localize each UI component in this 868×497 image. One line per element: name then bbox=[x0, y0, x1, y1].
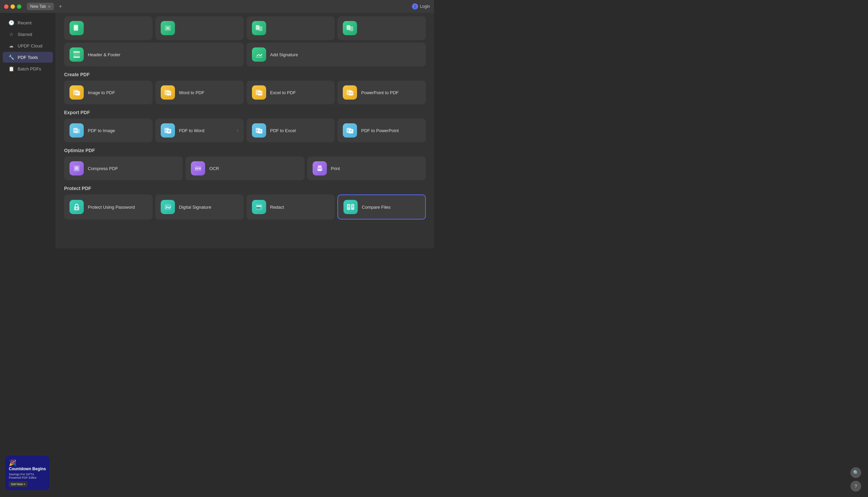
app-body: 🕐 Recent ☆ Starred ☁ UPDF Cloud 🔧 PDF To… bbox=[0, 13, 434, 248]
tool-card-partial-1[interactable] bbox=[64, 16, 153, 40]
titlebar: New Tab ✕ + 👤 Login bbox=[0, 0, 434, 13]
tool-card-pdf-to-excel[interactable]: PDF X PDF to Excel bbox=[247, 118, 335, 142]
pdf-to-excel-icon: PDF X bbox=[252, 123, 266, 138]
excel-to-pdf-icon: X PDF bbox=[252, 85, 266, 100]
tool-card-compare-files[interactable]: Compare Files bbox=[337, 195, 426, 219]
header-footer-label: Header & Footer bbox=[88, 52, 120, 57]
optimize-pdf-tools: Compress PDF OCR OCR bbox=[64, 157, 426, 180]
tool-card-add-signature[interactable]: Add Signature bbox=[247, 43, 426, 67]
protect-password-icon bbox=[69, 200, 84, 214]
add-signature-icon bbox=[252, 47, 266, 62]
redact-label: Redact bbox=[270, 204, 284, 210]
sidebar-item-starred-label: Starred bbox=[18, 32, 32, 37]
svg-rect-28 bbox=[75, 129, 80, 133]
sidebar-item-recent[interactable]: 🕐 Recent bbox=[3, 17, 53, 28]
sidebar-wrapper-batch: 📋 Batch PDFs bbox=[0, 63, 56, 74]
close-button[interactable] bbox=[4, 4, 9, 9]
main-content: Header & Footer Add Signature Create PDF bbox=[56, 13, 434, 248]
svg-rect-60 bbox=[352, 207, 354, 207]
sidebar-wrapper-recent: 🕐 Recent bbox=[0, 17, 56, 28]
create-pdf-tools: PDF Image to PDF W PDF Word to PDF bbox=[64, 81, 426, 104]
batch-icon: 📋 bbox=[8, 66, 14, 71]
new-tab-button[interactable]: + bbox=[59, 3, 62, 10]
compare-files-icon bbox=[343, 200, 358, 214]
tab-new-tab[interactable]: New Tab ✕ bbox=[27, 3, 54, 10]
tool-card-partial-2[interactable] bbox=[155, 16, 244, 40]
pdf-to-word-chevron: › bbox=[237, 128, 238, 133]
svg-text:OCR: OCR bbox=[195, 167, 201, 170]
tool-card-ocr[interactable]: OCR OCR bbox=[185, 157, 304, 180]
sidebar-wrapper-cloud: ☁ UPDF Cloud bbox=[0, 40, 56, 52]
tool-card-powerpoint-to-pdf[interactable]: P PDF PowerPoint to PDF bbox=[337, 81, 426, 104]
ocr-label: OCR bbox=[209, 166, 219, 171]
svg-rect-45 bbox=[318, 165, 321, 168]
sidebar-item-batch[interactable]: 📋 Batch PDFs bbox=[3, 63, 53, 74]
svg-point-49 bbox=[76, 208, 77, 209]
partial-icon-2 bbox=[161, 21, 175, 35]
powerpoint-to-pdf-label: PowerPoint to PDF bbox=[361, 90, 399, 95]
sidebar-wrapper-pdftools: 🔧 PDF Tools bbox=[0, 52, 56, 63]
compare-files-label: Compare Files bbox=[362, 204, 390, 210]
tool-card-pdf-to-image[interactable]: PDF PDF to Image bbox=[64, 118, 153, 142]
sidebar-item-pdftools[interactable]: 🔧 PDF Tools bbox=[3, 52, 53, 63]
svg-rect-58 bbox=[352, 205, 354, 206]
optimize-pdf-title: Optimize PDF bbox=[64, 148, 426, 153]
tab-close-icon[interactable]: ✕ bbox=[48, 5, 51, 9]
compress-pdf-label: Compress PDF bbox=[88, 166, 118, 171]
protect-pdf-tools: Protect Using Password Digital Signature bbox=[64, 195, 426, 219]
partial-icon-4 bbox=[343, 21, 357, 35]
protect-password-label: Protect Using Password bbox=[88, 204, 135, 210]
partial-icon-3 bbox=[252, 21, 266, 35]
tool-card-pdf-to-word[interactable]: PDF W PDF to Word › bbox=[155, 118, 244, 142]
tool-card-protect-password[interactable]: Protect Using Password bbox=[64, 195, 153, 219]
tool-card-compress-pdf[interactable]: Compress PDF bbox=[64, 157, 183, 180]
partial-icon-1 bbox=[69, 21, 84, 35]
svg-text:PDF: PDF bbox=[167, 92, 171, 94]
word-to-pdf-icon: W PDF bbox=[161, 85, 175, 100]
create-pdf-title: Create PDF bbox=[64, 72, 426, 77]
svg-rect-8 bbox=[73, 51, 80, 53]
svg-rect-4 bbox=[258, 26, 262, 31]
svg-rect-59 bbox=[348, 207, 349, 207]
tool-card-partial-4[interactable] bbox=[337, 16, 426, 40]
export-pdf-tools: PDF PDF to Image PDF W PDF to Word › bbox=[64, 118, 426, 142]
digital-signature-label: Digital Signature bbox=[179, 204, 211, 210]
tool-card-image-to-pdf[interactable]: PDF Image to PDF bbox=[64, 81, 153, 104]
tool-card-word-to-pdf[interactable]: W PDF Word to PDF bbox=[155, 81, 244, 104]
sidebar-item-cloud-label: UPDF Cloud bbox=[18, 43, 42, 48]
svg-text:PDF: PDF bbox=[75, 92, 79, 94]
titlebar-right: 👤 Login bbox=[412, 3, 430, 10]
svg-rect-54 bbox=[256, 207, 260, 208]
sidebar-wrapper-starred: ☆ Starred bbox=[0, 28, 56, 40]
maximize-button[interactable] bbox=[17, 4, 22, 9]
sidebar-item-batch-label: Batch PDFs bbox=[18, 67, 41, 71]
tool-card-partial-3[interactable] bbox=[247, 16, 335, 40]
excel-to-pdf-label: Excel to PDF bbox=[270, 90, 296, 95]
tool-card-header-footer[interactable]: Header & Footer bbox=[64, 43, 244, 67]
svg-rect-9 bbox=[73, 56, 80, 58]
sidebar-item-cloud[interactable]: ☁ UPDF Cloud bbox=[3, 40, 53, 51]
compress-pdf-icon bbox=[69, 161, 84, 175]
svg-text:X: X bbox=[259, 130, 261, 132]
tool-card-redact[interactable]: Redact bbox=[247, 195, 335, 219]
tool-card-digital-signature[interactable]: Digital Signature bbox=[155, 195, 244, 219]
login-label[interactable]: Login bbox=[420, 4, 430, 9]
recent-icon: 🕐 bbox=[8, 20, 14, 25]
minimize-button[interactable] bbox=[11, 4, 15, 9]
svg-rect-46 bbox=[318, 169, 321, 171]
top-partial-row bbox=[64, 16, 426, 40]
svg-text:PDF: PDF bbox=[349, 92, 353, 94]
redact-icon bbox=[252, 200, 266, 214]
tool-card-excel-to-pdf[interactable]: X PDF Excel to PDF bbox=[247, 81, 335, 104]
tool-card-pdf-to-powerpoint[interactable]: PDF P PDF to PowerPoint bbox=[337, 118, 426, 142]
pdf-to-powerpoint-label: PDF to PowerPoint bbox=[361, 128, 399, 133]
print-label: Print bbox=[331, 166, 340, 171]
tool-card-print[interactable]: Print bbox=[307, 157, 426, 180]
header-footer-icon bbox=[69, 47, 84, 62]
powerpoint-to-pdf-icon: P PDF bbox=[343, 85, 357, 100]
protect-pdf-title: Protect PDF bbox=[64, 186, 426, 191]
export-pdf-title: Export PDF bbox=[64, 110, 426, 115]
svg-rect-6 bbox=[349, 26, 353, 31]
sidebar-item-starred[interactable]: ☆ Starred bbox=[3, 29, 53, 40]
pdf-to-powerpoint-icon: PDF P bbox=[343, 123, 357, 138]
